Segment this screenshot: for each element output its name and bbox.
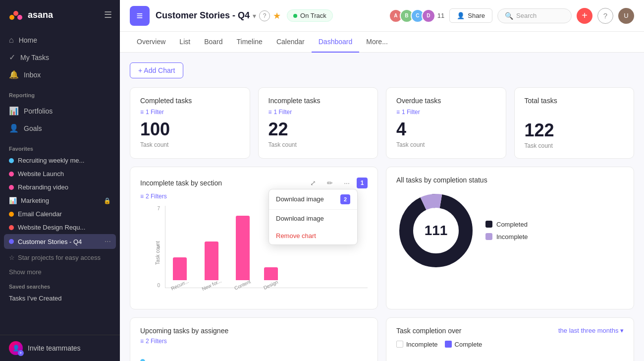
sidebar-item-goals[interactable]: 👤 Goals <box>4 120 116 137</box>
filter-icon: ≡ <box>140 109 144 116</box>
show-more-button[interactable]: Show more <box>0 266 120 280</box>
saved-searches-section: Saved searches <box>0 280 120 292</box>
tab-board[interactable]: Board <box>197 32 229 53</box>
dropdown-title: Download image <box>276 195 324 203</box>
chart-filter[interactable]: ≡ 2 Filters <box>140 338 368 345</box>
edit-icon[interactable]: ✏ <box>323 176 337 190</box>
info-button[interactable]: ? <box>259 10 270 21</box>
filter-icon: ≡ <box>140 193 144 200</box>
bar-label: Content <box>233 279 251 291</box>
avatar-group: A B C D 11 <box>389 9 444 23</box>
stat-value: 22 <box>268 120 368 139</box>
sidebar-item-my-tasks[interactable]: ✓ My Tasks <box>4 49 116 66</box>
fav-item-marketing[interactable]: 📊 Marketing 🔒 <box>4 194 116 207</box>
stat-title: Completed tasks <box>140 97 240 105</box>
tab-more[interactable]: More... <box>359 32 395 53</box>
stat-filter[interactable]: ≡ 1 Filter <box>140 109 240 116</box>
chart-title: Task completion over <box>396 327 462 335</box>
fav-dot <box>9 239 14 244</box>
stats-row: Completed tasks ≡ 1 Filter 100 Task coun… <box>130 87 634 159</box>
search-box[interactable]: 🔍 Search <box>497 8 572 23</box>
filter-icon: ≡ <box>140 338 144 345</box>
bar-group-design: Design <box>263 267 278 288</box>
stat-card-completed: Completed tasks ≡ 1 Filter 100 Task coun… <box>130 87 250 159</box>
upcoming-assignee-card: Upcoming tasks by assignee ≡ 2 Filters <box>130 317 378 361</box>
tab-dashboard[interactable]: Dashboard <box>312 32 360 53</box>
legend-box-incomplete <box>396 341 403 348</box>
period-selector[interactable]: the last three months ▾ <box>558 327 624 334</box>
tab-overview[interactable]: Overview <box>130 32 172 53</box>
fav-dot <box>9 158 14 163</box>
svg-point-0 <box>13 11 18 16</box>
more-button[interactable]: ··· <box>105 237 111 246</box>
lock-icon: 🔒 <box>104 197 111 204</box>
fav-item-recruiting[interactable]: Recruiting weekly me... <box>4 154 116 167</box>
title-controls: Customer Stories - Q4 ▾ ? ★ <box>156 10 281 21</box>
more-options-icon[interactable]: ··· <box>340 176 354 190</box>
dropdown-item-download[interactable]: Download image <box>269 210 357 227</box>
user-avatar[interactable]: U <box>618 8 634 24</box>
bar-chart-icon: 📊 <box>9 197 17 204</box>
sidebar-item-inbox[interactable]: 🔔 Inbox <box>4 66 116 83</box>
sidebar-header: asana ☰ <box>0 0 120 30</box>
star-projects-hint: ☆ Star projects for easy access <box>0 249 120 266</box>
sidebar-toggle[interactable]: ☰ <box>104 9 112 20</box>
favorites-list: Recruiting weekly me... Website Launch R… <box>0 154 120 249</box>
sidebar-item-home[interactable]: ⌂ Home <box>4 32 116 49</box>
charts-row: Incomplete task by section ⤢ ✏ ··· 1 ≡ 2… <box>130 167 634 309</box>
bar-content <box>236 216 250 280</box>
legend-complete: Complete <box>445 341 483 348</box>
fav-item-rebranding[interactable]: Rebranding video <box>4 180 116 194</box>
fav-item-customer-stories[interactable]: Customer Stories - Q4 ··· <box>4 234 116 249</box>
star-icon[interactable]: ★ <box>273 10 281 21</box>
saved-search-item-tasks-created[interactable]: Tasks I've Created <box>0 292 120 305</box>
legend-dot-completed <box>485 221 492 228</box>
tab-list[interactable]: List <box>172 32 197 53</box>
chart-header: All tasks by completion status <box>396 176 624 184</box>
fav-dot <box>9 225 14 230</box>
goals-icon: 👤 <box>9 123 19 133</box>
fav-item-website-design[interactable]: Website Design Requ... <box>4 221 116 234</box>
fav-dot <box>9 212 14 217</box>
add-chart-button[interactable]: + Add Chart <box>130 62 183 78</box>
reporting-section-label: Reporting <box>0 85 120 100</box>
project-icon-button[interactable]: ≡ <box>130 6 150 26</box>
task-completion-card: Task completion over the last three mont… <box>386 317 634 361</box>
dropdown-header: Download image 2 <box>269 189 357 210</box>
asana-logo[interactable]: asana <box>8 7 53 23</box>
dropdown-item-remove[interactable]: Remove chart <box>269 227 357 244</box>
favorites-section-label: Favorites <box>0 139 120 154</box>
donut-legend: Completed Incomplete <box>485 221 528 241</box>
stat-filter[interactable]: ≡ 1 Filter <box>268 109 368 116</box>
subnav: Overview List Board Timeline Calendar Da… <box>120 32 644 53</box>
stat-card-total: Total tasks 122 Task count <box>514 87 635 159</box>
legend-item-incomplete: Incomplete <box>485 233 528 241</box>
invite-avatar: 👤 + <box>9 341 23 355</box>
dropdown-badge: 2 <box>340 194 350 204</box>
project-title: Customer Stories - Q4 <box>156 10 250 21</box>
bar-label: Recurr... <box>170 278 189 291</box>
fav-item-website-launch[interactable]: Website Launch <box>4 167 116 180</box>
dropdown-menu: Download image 2 Download image Remove c… <box>268 189 358 245</box>
expand-icon[interactable]: ⤢ <box>306 176 320 190</box>
sidebar-item-portfolios[interactable]: 📊 Portfolios <box>4 102 116 120</box>
help-button[interactable]: ? <box>597 8 613 24</box>
share-button[interactable]: 👤 Share <box>449 8 492 23</box>
donut-chart: 111 <box>396 191 476 270</box>
svg-point-1 <box>9 15 14 20</box>
invite-teammates-button[interactable]: 👤 + Invite teammates <box>0 335 120 361</box>
add-button[interactable]: + <box>577 8 592 24</box>
bar-chart-card: Incomplete task by section ⤢ ✏ ··· 1 ≡ 2… <box>130 167 378 309</box>
fav-item-email-cal[interactable]: Email Calendar <box>4 207 116 221</box>
bottom-charts-row: Upcoming tasks by assignee ≡ 2 Filters T… <box>130 317 634 361</box>
chevron-down-icon[interactable]: ▾ <box>253 12 256 20</box>
completion-legend: Incomplete Complete <box>396 338 624 351</box>
avatar-stack: A B C D <box>389 9 435 23</box>
share-icon: 👤 <box>457 12 465 19</box>
tab-calendar[interactable]: Calendar <box>269 32 312 53</box>
chart-header: Incomplete task by section ⤢ ✏ ··· 1 <box>140 176 368 190</box>
bar-label: Design <box>263 279 279 291</box>
tab-timeline[interactable]: Timeline <box>230 32 269 53</box>
plus-badge: + <box>18 350 24 356</box>
stat-filter[interactable]: ≡ 1 Filter <box>396 109 496 116</box>
